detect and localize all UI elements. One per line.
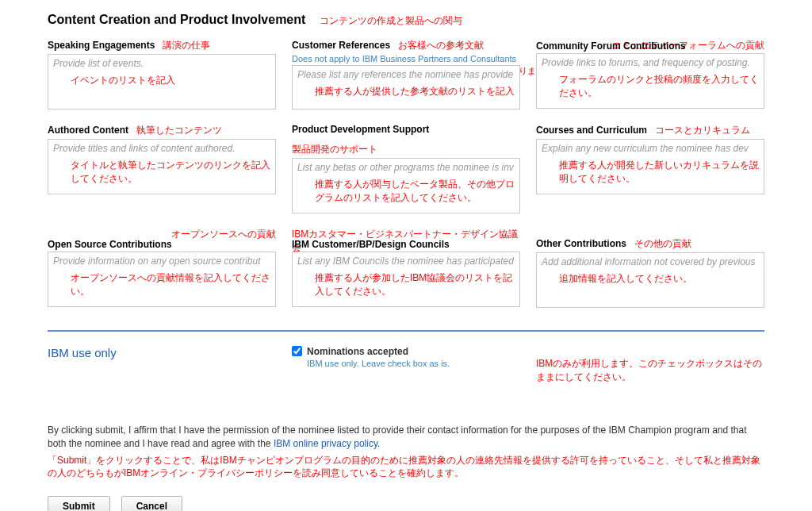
- customer-ref-label-jp: お客様への参考文献: [398, 39, 484, 52]
- ibm-jp-note: IBMのみが利用します。このチェックボックスはそのままにしてください。: [536, 346, 764, 384]
- affirm-jp: 「Submit」をクリックすることで、私はIBMチャンピオンプログラムの目的のた…: [48, 454, 764, 481]
- councils-above-jp: IBMカスタマー・ビジネスパートナー・デザイン協議会: [292, 228, 520, 239]
- field-opensource: オープンソースへの貢献 Open Source Contributions Pr…: [48, 228, 276, 308]
- affirm-text: By clicking submit, I affirm that I have…: [48, 424, 764, 451]
- customer-ref-subnote: Does not apply to IBM Business Partners …: [292, 54, 520, 63]
- field-councils: IBMカスタマー・ビジネスパートナー・デザイン協議会 IBM Customer/…: [292, 228, 520, 308]
- opensource-placeholder: Provide information on any open source c…: [48, 252, 275, 270]
- dev-support-label: Product Development Support: [292, 124, 429, 135]
- field-speaking: Speaking Engagements 講演の仕事 Provide list …: [48, 39, 276, 110]
- other-label: Other Contributions: [536, 238, 626, 249]
- field-community: コミュニティーフォーラムへの貢献 Community Forum Contrib…: [536, 39, 764, 110]
- nominations-label: Nominations accepted: [307, 346, 450, 357]
- cancel-button[interactable]: Cancel: [121, 496, 182, 511]
- dev-support-placeholder: List any betas or other programs the nom…: [293, 159, 519, 176]
- fields-grid: Speaking Engagements 講演の仕事 Provide list …: [48, 39, 764, 308]
- section-title: Content Creation and Product Involvement…: [48, 13, 764, 28]
- courses-placeholder: Explain any new curriculum the nominee h…: [537, 140, 764, 157]
- community-label: Community Forum Contributions: [536, 40, 686, 52]
- other-placeholder: Add additional information not covered b…: [537, 253, 764, 271]
- divider: [48, 330, 764, 332]
- ibm-row: IBM use only Nominations accepted IBM us…: [48, 346, 764, 384]
- community-placeholder: Provide links to forums, and frequency o…: [537, 54, 764, 71]
- field-other: Other Contributions その他の貢献 Add additiona…: [536, 228, 764, 308]
- nominations-checkbox[interactable]: [292, 346, 302, 356]
- other-label-jp: その他の貢献: [634, 237, 691, 251]
- speaking-input[interactable]: Provide list of events. イベントのリストを記入: [48, 54, 276, 110]
- speaking-inside-jp: イベントのリストを記入: [48, 72, 275, 87]
- customer-ref-label: Customer References: [292, 40, 390, 51]
- field-customer-ref: Customer References お客様への参考文献 Does not a…: [292, 39, 520, 110]
- authored-input[interactable]: Provide titles and links of content auth…: [48, 139, 276, 194]
- dev-support-label-jp: 製品開発のサポート: [292, 143, 377, 156]
- authored-placeholder: Provide titles and links of content auth…: [48, 140, 275, 157]
- customer-ref-input[interactable]: Please list any references the nominee h…: [292, 65, 520, 110]
- submit-button[interactable]: Submit: [48, 496, 110, 511]
- councils-placeholder: List any IBM Councils the nominee has pa…: [293, 252, 519, 270]
- field-dev-support: Product Development Support 製品開発のサポート Li…: [292, 124, 520, 213]
- opensource-label: Open Source Contributions: [48, 239, 172, 250]
- courses-label-jp: コースとカリキュラム: [655, 124, 750, 137]
- courses-inside-jp: 推薦する人が開発した新しいカリキュラムを説明してください。: [537, 157, 764, 186]
- nominations-subnote: IBM use only. Leave check box as is.: [307, 359, 450, 368]
- authored-label: Authored Content: [48, 125, 128, 136]
- other-input[interactable]: Add additional information not covered b…: [536, 252, 764, 308]
- other-inside-jp: 追加情報を記入してください。: [537, 271, 764, 286]
- community-input[interactable]: Provide links to forums, and frequency o…: [536, 53, 764, 109]
- section-title-en: Content Creation and Product Involvement: [48, 13, 305, 27]
- community-inside-jp: フォーラムのリンクと投稿の頻度を入力してください。: [537, 71, 764, 100]
- opensource-input[interactable]: Provide information on any open source c…: [48, 252, 276, 307]
- field-authored: Authored Content 執筆したコンテンツ Provide title…: [48, 124, 276, 213]
- section-title-jp: コンテンツの作成と製品への関与: [320, 14, 462, 28]
- courses-input[interactable]: Explain any new curriculum the nominee h…: [536, 139, 764, 194]
- opensource-inside-jp: オープンソースへの貢献情報を記入してください。: [48, 270, 275, 298]
- councils-inside-jp: 推薦する人が参加したIBM協議会のリストを記入してください。: [293, 270, 519, 298]
- speaking-placeholder: Provide list of events.: [48, 55, 275, 72]
- field-courses: Courses and Curriculum コースとカリキュラム Explai…: [536, 124, 764, 213]
- speaking-label-jp: 講演の仕事: [163, 39, 210, 52]
- button-row: Submit Cancel: [48, 496, 764, 511]
- dev-support-input[interactable]: List any betas or other programs the nom…: [292, 158, 520, 213]
- authored-label-jp: 執筆したコンテンツ: [136, 124, 222, 137]
- affirm-text-a: By clicking submit, I affirm that I have…: [48, 425, 747, 449]
- customer-ref-inside-jp: 推薦する人が提供した参考文献のリストを記入: [293, 83, 519, 98]
- ibm-use-only-title: IBM use only: [48, 346, 276, 359]
- privacy-link[interactable]: IBM online privacy policy.: [274, 438, 381, 449]
- speaking-label: Speaking Engagements: [48, 40, 155, 51]
- dev-support-inside-jp: 推薦する人が関与したベータ製品、その他プログラムのリストを記入してください。: [293, 176, 519, 205]
- courses-label: Courses and Curriculum: [536, 125, 647, 136]
- councils-label: IBM Customer/BP/Design Councils: [292, 239, 450, 250]
- authored-inside-jp: タイトルと執筆したコンテンツのリンクを記入してください。: [48, 157, 275, 186]
- customer-ref-placeholder: Please list any references the nominee h…: [293, 66, 519, 83]
- opensource-above-jp: オープンソースへの貢献: [48, 228, 276, 239]
- councils-input[interactable]: List any IBM Councils the nominee has pa…: [292, 252, 520, 307]
